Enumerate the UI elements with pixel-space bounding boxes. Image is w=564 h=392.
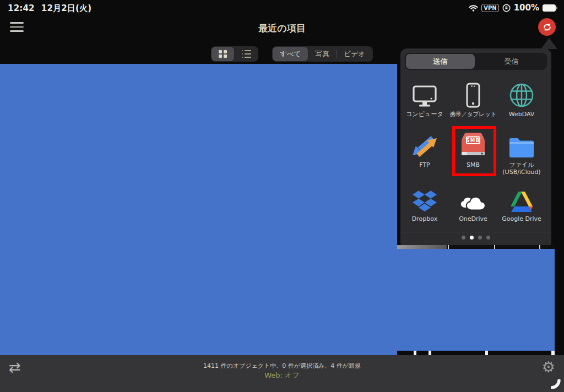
- rotation-lock-icon: [502, 4, 511, 12]
- sync-transfer-button[interactable]: [538, 18, 556, 36]
- battery-icon: [543, 4, 557, 12]
- smartphone-icon: [449, 79, 497, 108]
- clock: 12:42: [8, 3, 35, 14]
- page-dot[interactable]: [486, 236, 490, 239]
- globe-icon: [497, 79, 546, 108]
- page-title: 最近の項目: [0, 22, 564, 35]
- tab-send[interactable]: 送信: [406, 54, 475, 69]
- selected-photo-preview[interactable]: [0, 64, 397, 355]
- vpn-badge: VPN: [481, 4, 498, 12]
- battery-percent: 100%: [514, 3, 539, 13]
- cloud-icon: [449, 184, 497, 213]
- service-files[interactable]: ファイル (USB/iCloud): [497, 130, 546, 176]
- list-view-button[interactable]: [235, 47, 258, 61]
- tab-receive[interactable]: 受信: [477, 54, 546, 69]
- smb-drive-icon: SMB: [449, 130, 497, 159]
- service-smb[interactable]: SMB SMB: [449, 130, 497, 168]
- page-dot[interactable]: [462, 236, 465, 239]
- date: 12月2日(火): [41, 3, 92, 14]
- thumbnail-strip: [397, 245, 555, 249]
- filter-photos[interactable]: 写真: [308, 47, 336, 61]
- grid-view-button[interactable]: [212, 47, 234, 61]
- service-mobile-tablet[interactable]: 携帯／タブレット: [449, 79, 497, 118]
- settings-gear-icon[interactable]: ⚙: [542, 358, 555, 375]
- svg-text:SMB: SMB: [466, 138, 480, 143]
- computer-icon: [400, 79, 449, 108]
- grid-view-icon: [219, 50, 227, 58]
- view-toggle: [211, 46, 258, 62]
- page-dot[interactable]: [478, 236, 482, 239]
- sync-arrows-icon: [542, 22, 552, 32]
- filter-all[interactable]: すべて: [273, 47, 308, 61]
- thumbnail-edge-row: [397, 351, 555, 355]
- corner-arc-icon: [551, 379, 563, 391]
- service-ftp[interactable]: FTP: [400, 130, 449, 168]
- media-filter: すべて 写真 ビデオ: [272, 46, 373, 62]
- list-view-icon: [242, 50, 252, 58]
- filter-videos[interactable]: ビデオ: [337, 47, 372, 61]
- service-dropbox[interactable]: Dropbox: [400, 184, 449, 222]
- app-root: 12:42 12月2日(火) VPN 100%: [0, 0, 564, 392]
- google-drive-icon: [497, 184, 546, 213]
- photo-thumbnail-large[interactable]: [397, 249, 555, 351]
- send-receive-tabs: 送信 受信: [405, 53, 547, 70]
- popover-arrow: [541, 38, 557, 49]
- service-google-drive[interactable]: Google Drive: [497, 184, 546, 222]
- service-webdav[interactable]: WebDAV: [497, 79, 546, 118]
- status-bar: 12:42 12月2日(火) VPN 100%: [0, 0, 564, 15]
- transfer-popover: 送信 受信 コンピュータ: [400, 48, 551, 245]
- object-count-text: 1411 件のオブジェクト中、0 件が選択済み、4 件が新規: [0, 362, 564, 370]
- footer-bar: ⇄ 1411 件のオブジェクト中、0 件が選択済み、4 件が新規 Web: オフ…: [0, 355, 564, 392]
- page-dots: [400, 236, 551, 239]
- ftp-arrows-icon: [400, 130, 449, 159]
- popover-separator: [400, 232, 551, 232]
- service-onedrive[interactable]: OneDrive: [449, 184, 497, 222]
- web-status-text: Web: オフ: [0, 371, 564, 380]
- service-computer[interactable]: コンピュータ: [400, 79, 449, 118]
- wifi-icon: [469, 4, 478, 12]
- folder-icon: [497, 130, 546, 159]
- dropbox-icon: [400, 184, 449, 213]
- page-dot-active[interactable]: [470, 236, 474, 239]
